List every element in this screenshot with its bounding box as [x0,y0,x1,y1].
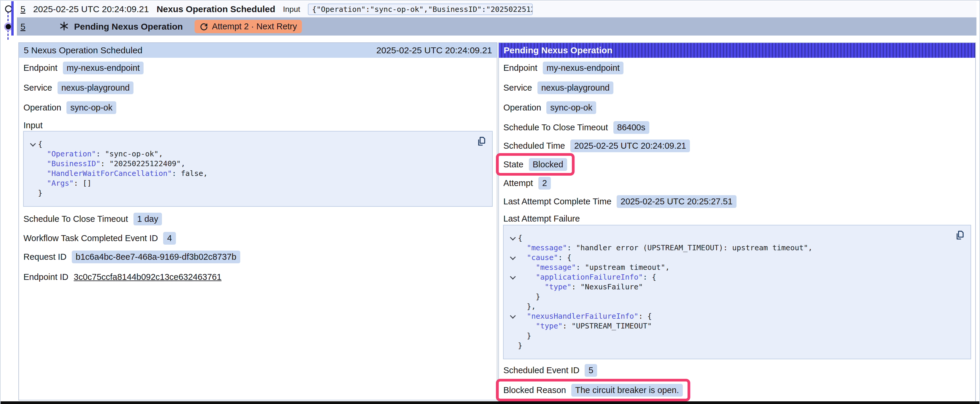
code-line: "HandlerWaitForCancellation": false, [28,168,474,178]
code-line: } [508,341,953,350]
timeline-gutter [1,1,17,42]
code-line: "type": "NexusFailure" [508,282,953,292]
code-text: "HandlerWaitForCancellation": false, [38,168,208,178]
event-id-link[interactable]: 5 [21,22,25,32]
code-line: "applicationFailureInfo": { [508,272,953,282]
field-value-badge: nexus-playground [57,81,134,94]
field-row: Endpoint my-nexus-endpoint [24,61,497,74]
copy-icon [476,136,487,147]
attempt-retry-badge: Attempt 2 · Next Retry [194,20,302,33]
code-text: "Operation": "sync-op-ok", [38,149,163,159]
code-text: } [518,341,522,350]
code-line: { [28,139,474,149]
attempt-retry-text: Attempt 2 · Next Retry [212,22,297,32]
event-title: Nexus Operation Scheduled [157,4,275,14]
pending-operation-header: Pending Nexus Operation [499,43,975,58]
collapse-chevron-icon[interactable] [510,274,516,280]
state-value-badge: Blocked [529,158,567,171]
blocked-reason-annotation-highlight: Blocked Reason The circuit breaker is op… [496,379,690,401]
field-row: Endpoint my-nexus-endpoint [503,61,975,74]
field-label: Schedule To Close Timeout [503,123,608,132]
field-value-badge: 1 day [134,213,162,225]
field-value-badge: 5 [585,364,597,377]
field-value-badge: 4 [163,232,176,245]
field-label: Service [24,83,52,93]
event-title: Pending Nexus Operation [74,22,183,32]
code-text: "type": "NexusFailure" [518,282,643,292]
copy-icon [954,230,966,241]
field-label: Scheduled Event ID [503,366,579,375]
field-label: Workflow Task Completed Event ID [24,233,158,243]
event-detail-header-title: 5 Nexus Operation Scheduled [24,45,142,55]
field-value-badge: sync-op-ok [67,101,116,114]
copy-button[interactable] [954,230,966,241]
pending-asterisk-icon [59,21,69,32]
bottom-edge-line [1,401,979,404]
event-timestamp: 2025-02-25 UTC 20:24:09.21 [33,4,149,14]
collapse-chevron-icon[interactable] [30,141,36,147]
code-text: "BusinessID": "20250225122409", [38,159,185,168]
field-row: Service nexus-playground [503,81,975,95]
field-label: Request ID [24,252,67,262]
state-row: State Blocked [503,158,567,171]
field-label: Blocked Reason [503,385,566,395]
field-label: Attempt [503,178,533,188]
field-row: Operation sync-op-ok [24,101,497,114]
collapse-chevron-icon[interactable] [510,313,516,319]
code-text: } [38,188,42,198]
field-label: Last Attempt Complete Time [503,196,611,206]
code-line: "type": "UPSTREAM_TIMEOUT" [508,321,953,331]
code-text: "Args": [] [38,178,92,188]
field-value-badge: 86400s [613,121,649,134]
code-text: { [38,139,42,149]
field-label: Service [503,83,532,93]
field-value-badge: 2025-02-25 UTC 20:25:27.51 [617,195,736,208]
failure-json-viewer: { "message": "handler error (UPSTREAM_TI… [503,225,971,359]
field-label: Scheduled Time [503,141,565,151]
field-label: Operation [503,103,541,112]
field-row: Scheduled Event ID 5 [503,363,975,377]
event-id-link[interactable]: 5 [21,4,25,14]
code-gutter [508,233,518,239]
code-text: { [518,233,522,243]
timeline-node-current-icon [6,24,11,29]
field-value-badge: 2 [538,177,551,190]
copy-button[interactable] [476,136,487,147]
event-detail-header: 5 Nexus Operation Scheduled 2025-02-25 U… [19,43,497,58]
code-text: }, [518,301,536,311]
field-label: Endpoint [503,63,538,73]
state-annotation-highlight: State Blocked [496,153,574,176]
field-row: Attempt 2 [503,176,975,190]
pending-operation-panel: Pending Nexus Operation Endpoint my-nexu… [498,42,976,404]
code-gutter [508,253,518,259]
event-row-pending[interactable]: 5 Pending Nexus Operation Attempt 2 · Ne… [17,17,977,36]
code-text: "cause": { [518,253,571,262]
event-row-scheduled[interactable]: 5 2025-02-25 UTC 20:24:09.21 Nexus Opera… [17,1,977,17]
code-line: "Args": [] [28,178,474,188]
code-line: "message": "handler error (UPSTREAM_TIME… [508,243,953,253]
retry-icon [199,22,208,31]
endpoint-id-link[interactable]: 3c0c75ccfa8144b092c13ce632463761 [74,272,221,282]
code-text: "applicationFailureInfo": { [518,272,656,282]
code-text: "message": "upstream timeout", [518,262,670,272]
code-line: } [28,188,474,198]
code-text: } [518,292,540,301]
field-row: Operation sync-op-ok [503,101,975,114]
field-row: Last Attempt Complete Time 2025-02-25 UT… [503,195,975,208]
event-history-page: 5 2025-02-25 UTC 20:24:09.21 Nexus Opera… [0,0,980,404]
blocked-reason-row: Blocked Reason The circuit breaker is op… [503,383,683,397]
code-line: "Operation": "sync-op-ok", [28,149,474,159]
code-line: { [508,233,953,243]
field-label: Operation [24,103,61,112]
code-line: }, [508,301,953,311]
code-text: "type": "UPSTREAM_TIMEOUT" [518,321,652,331]
code-gutter [28,139,38,146]
code-text: "message": "handler error (UPSTREAM_TIME… [518,243,812,253]
field-value-badge: my-nexus-endpoint [63,62,144,74]
collapse-chevron-icon[interactable] [510,254,516,260]
collapse-chevron-icon[interactable] [510,234,516,241]
field-label: Endpoint [24,63,57,73]
blocked-reason-value-badge: The circuit breaker is open. [571,384,683,397]
field-row: Workflow Task Completed Event ID 4 [24,231,497,245]
field-value-badge: my-nexus-endpoint [543,62,624,74]
